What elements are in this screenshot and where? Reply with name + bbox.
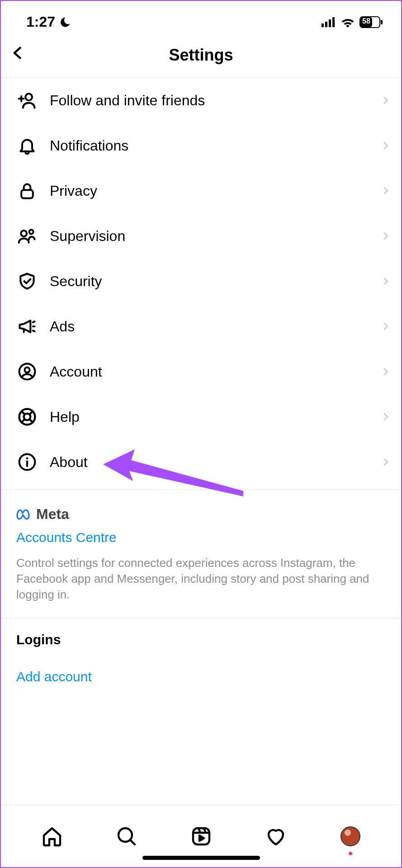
- add-account-link[interactable]: Add account: [16, 669, 386, 684]
- status-time: 1:27: [26, 14, 55, 30]
- meta-brand-text: Meta: [36, 506, 69, 523]
- accounts-centre-link[interactable]: Accounts Centre: [16, 530, 386, 545]
- settings-list: Follow and invite friends Notifications …: [1, 78, 401, 485]
- cellular-icon: [322, 17, 336, 27]
- row-label: Follow and invite friends: [50, 92, 381, 109]
- svg-line-21: [130, 840, 135, 844]
- row-label: Ads: [50, 318, 381, 335]
- lock-icon: [16, 180, 38, 202]
- svg-rect-2: [329, 19, 331, 27]
- megaphone-icon: [16, 316, 38, 337]
- chevron-right-icon: [381, 94, 390, 107]
- chevron-right-icon: [381, 410, 390, 423]
- tab-reels[interactable]: [189, 824, 214, 849]
- chevron-right-icon: [381, 230, 390, 242]
- add-user-icon: [16, 90, 38, 111]
- battery-icon: 58: [359, 16, 383, 28]
- row-label: Help: [50, 409, 381, 425]
- meta-brand: Meta: [16, 506, 386, 523]
- people-icon: [16, 225, 38, 247]
- svg-rect-1: [325, 22, 327, 27]
- meta-description: Control settings for connected experienc…: [16, 555, 386, 603]
- tab-profile[interactable]: [338, 824, 363, 849]
- settings-row-privacy[interactable]: Privacy: [1, 168, 401, 213]
- moon-icon: [59, 16, 71, 28]
- tab-home[interactable]: [39, 824, 65, 849]
- row-label: Account: [50, 363, 381, 380]
- avatar: [341, 826, 360, 846]
- row-label: Security: [50, 273, 381, 290]
- row-label: Supervision: [50, 228, 381, 245]
- settings-row-about[interactable]: About: [1, 439, 401, 485]
- chevron-right-icon: [381, 365, 390, 378]
- home-indicator: [142, 856, 260, 860]
- chevron-right-icon: [381, 275, 390, 288]
- settings-row-notifications[interactable]: Notifications: [1, 123, 401, 168]
- row-label: Privacy: [50, 183, 381, 199]
- svg-point-18: [26, 458, 28, 459]
- back-button[interactable]: [10, 43, 25, 63]
- page-title: Settings: [1, 46, 401, 65]
- battery-percent: 58: [362, 17, 370, 25]
- meta-logo-icon: [16, 509, 33, 520]
- bell-icon: [16, 135, 38, 156]
- chevron-right-icon: [381, 320, 390, 333]
- lifebuoy-icon: [16, 406, 38, 428]
- info-icon: [16, 451, 38, 473]
- svg-point-11: [29, 230, 33, 234]
- settings-row-supervision[interactable]: Supervision: [1, 213, 401, 259]
- svg-rect-3: [332, 17, 335, 27]
- meta-section: Meta Accounts Centre Control settings fo…: [1, 490, 401, 618]
- svg-rect-9: [21, 190, 33, 198]
- chevron-right-icon: [381, 139, 390, 152]
- svg-rect-7: [381, 20, 383, 24]
- row-label: About: [50, 454, 381, 471]
- settings-row-account[interactable]: Account: [1, 349, 401, 394]
- tab-activity[interactable]: [263, 824, 288, 849]
- status-bar: 1:27 58: [1, 1, 401, 35]
- tab-search[interactable]: [114, 824, 139, 849]
- settings-row-security[interactable]: Security: [1, 259, 401, 304]
- logins-section: Logins Add account: [1, 618, 401, 703]
- shield-icon: [16, 270, 38, 292]
- svg-point-13: [25, 368, 30, 373]
- chevron-right-icon: [381, 184, 390, 197]
- svg-rect-0: [322, 24, 324, 27]
- notification-dot-icon: [349, 852, 352, 855]
- chevron-right-icon: [381, 456, 390, 468]
- user-circle-icon: [16, 361, 38, 382]
- header: Settings: [1, 35, 401, 78]
- svg-point-10: [21, 231, 27, 236]
- settings-row-ads[interactable]: Ads: [1, 304, 401, 349]
- wifi-icon: [341, 17, 355, 28]
- settings-row-help[interactable]: Help: [1, 394, 401, 439]
- logins-title: Logins: [16, 632, 386, 647]
- row-label: Notifications: [50, 137, 381, 154]
- svg-point-8: [25, 94, 32, 100]
- settings-row-follow-invite[interactable]: Follow and invite friends: [1, 78, 401, 123]
